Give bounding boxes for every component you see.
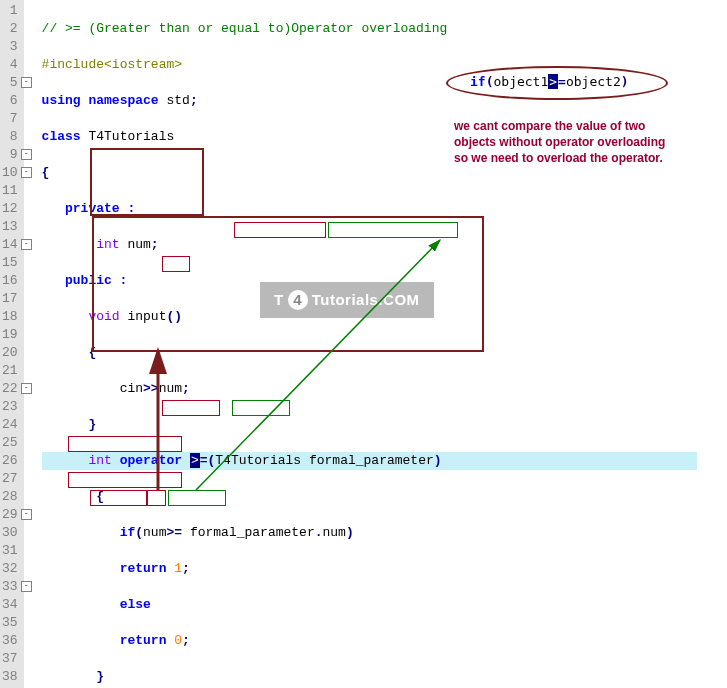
kw: operator: [120, 453, 182, 468]
id: num: [143, 525, 166, 540]
op: ): [434, 453, 442, 468]
brace: }: [96, 669, 104, 684]
id: cin: [120, 381, 143, 396]
brace: {: [42, 165, 50, 180]
num: 0: [174, 633, 182, 648]
kw: private :: [65, 201, 135, 216]
brace: }: [88, 417, 96, 432]
id: num: [127, 237, 150, 252]
kw: namespace: [88, 93, 158, 108]
kw: class: [42, 129, 81, 144]
note-line: so we need to overload the operator.: [454, 150, 694, 166]
highlight-line: int operator >=(T4Tutorials formal_param…: [42, 452, 697, 470]
callout-expr: if(object1>=object2): [470, 74, 629, 89]
kw: return: [120, 561, 167, 576]
fold-icon[interactable]: -: [21, 383, 32, 394]
num: 1: [174, 561, 182, 576]
annotation-note: we cant compare the value of two objects…: [454, 118, 694, 166]
comment-text: // >= (Greater than or equal to)Operator…: [42, 21, 448, 36]
note-line: we cant compare the value of two: [454, 118, 694, 134]
code-area[interactable]: // >= (Greater than or equal to)Operator…: [24, 0, 697, 688]
fold-icon[interactable]: -: [21, 77, 32, 88]
type: void: [88, 309, 119, 324]
type: int: [88, 453, 111, 468]
brace: {: [88, 345, 96, 360]
op: >>: [143, 381, 159, 396]
fold-icon[interactable]: -: [21, 149, 32, 160]
kw: else: [120, 597, 151, 612]
type-name: T4Tutorials: [215, 453, 301, 468]
id: std: [166, 93, 189, 108]
op: >=: [166, 525, 182, 540]
op: =(: [200, 453, 216, 468]
kw: return: [120, 633, 167, 648]
note-line: objects without operator overloading: [454, 134, 694, 150]
kw: public :: [65, 273, 127, 288]
preproc-header: <iostream>: [104, 57, 182, 72]
type: int: [96, 237, 119, 252]
fold-icon[interactable]: -: [21, 581, 32, 592]
id: num: [323, 525, 346, 540]
fold-icon[interactable]: -: [21, 509, 32, 520]
op: ): [346, 525, 354, 540]
brace: {: [96, 489, 104, 504]
fn: input: [127, 309, 166, 324]
id: formal_parameter: [190, 525, 315, 540]
op: (: [135, 525, 143, 540]
fold-icon[interactable]: -: [21, 167, 32, 178]
op-highlight: >: [190, 453, 200, 468]
preproc: #include: [42, 57, 104, 72]
op: .: [315, 525, 323, 540]
fold-icon[interactable]: -: [21, 239, 32, 250]
class-name: T4Tutorials: [88, 129, 174, 144]
kw: using: [42, 93, 81, 108]
kw: if: [120, 525, 136, 540]
code-editor: 1234 5- 678 9- 10- 1112 13 14- 151617181…: [0, 0, 727, 688]
id: num: [159, 381, 182, 396]
watermark: T4Tutorials.COM: [260, 282, 434, 318]
param: formal_parameter: [309, 453, 434, 468]
line-number-gutter: 1234 5- 678 9- 10- 1112 13 14- 151617181…: [0, 0, 24, 688]
